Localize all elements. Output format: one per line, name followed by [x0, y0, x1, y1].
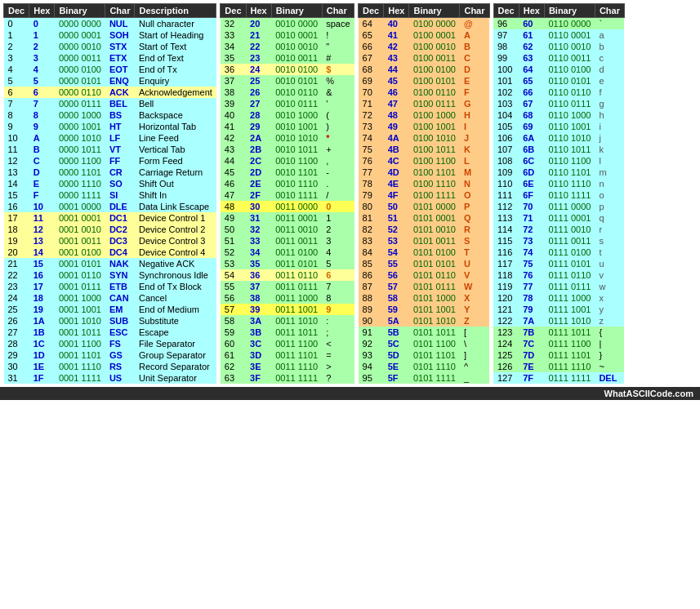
cell-dec: 22	[4, 269, 29, 281]
table-row: 97 61 0110 0001 a	[493, 29, 624, 41]
cell-dec: 78	[359, 178, 384, 189]
cell-hex: 5E	[384, 361, 409, 372]
table-row: 103 67 0110 0111 g	[493, 98, 624, 109]
table-row: 81 51 0101 0001 Q	[359, 212, 489, 224]
col-bin-3: Binary	[409, 4, 460, 18]
cell-char: !	[322, 29, 354, 41]
cell-char: T	[460, 247, 489, 258]
cell-dec: 109	[493, 167, 519, 178]
cell-bin: 0001 1011	[55, 327, 105, 338]
cell-char: DEL	[595, 372, 624, 384]
cell-char: :	[322, 315, 354, 327]
cell-bin: 0101 1100	[409, 338, 460, 349]
col-char-4: Char	[595, 4, 624, 18]
cell-hex: 73	[519, 235, 544, 247]
cell-dec: 45	[221, 167, 246, 178]
cell-dec: 9	[4, 121, 29, 132]
cell-bin: 0011 1101	[271, 349, 322, 361]
col-dec-1: Dec	[4, 4, 29, 18]
cell-dec: 44	[221, 155, 246, 167]
cell-dec: 47	[221, 189, 246, 201]
table-row: 74 4A 0100 1010 J	[359, 132, 489, 144]
cell-bin: 0010 1001	[271, 121, 322, 132]
table-row: 15 F 0000 1111 SI Shift In	[4, 189, 216, 201]
cell-bin: 0111 1001	[544, 304, 595, 315]
table-row: 32 20 0010 0000 space	[221, 18, 354, 30]
cell-hex: 1C	[29, 338, 55, 349]
cell-bin: 0111 1000	[544, 292, 595, 304]
cell-char: c	[595, 52, 624, 64]
cell-bin: 0110 0001	[544, 29, 595, 41]
table-row: 119 77 0111 0111 w	[493, 281, 624, 292]
cell-bin: 0100 1111	[409, 189, 460, 201]
cell-dec: 97	[493, 29, 519, 41]
cell-hex: 42	[384, 41, 409, 52]
table-row: 47 2F 0010 1111 /	[221, 189, 354, 201]
cell-char: m	[595, 167, 624, 178]
cell-hex: 43	[384, 52, 409, 64]
cell-hex: 53	[384, 235, 409, 247]
cell-hex: 30	[246, 201, 271, 212]
table-row: 102 66 0110 0110 f	[493, 87, 624, 98]
table-row: 88 58 0101 1000 X	[359, 292, 489, 304]
cell-dec: 50	[221, 224, 246, 235]
cell-dec: 11	[4, 144, 29, 155]
cell-dec: 58	[221, 315, 246, 327]
cell-bin: 0101 0010	[409, 224, 460, 235]
cell-bin: 0001 1000	[55, 292, 105, 304]
cell-hex: 2F	[246, 189, 271, 201]
cell-dec: 85	[359, 258, 384, 269]
cell-bin: 0111 1010	[544, 315, 595, 327]
table-row: 19 13 0001 0011 DC3 Device Control 3	[4, 235, 216, 247]
cell-dec: 0	[4, 18, 29, 30]
cell-bin: 0010 0111	[271, 98, 322, 109]
table-row: 42 2A 0010 1010 *	[221, 132, 354, 144]
table-row: 10 A 0000 1010 LF Line Feed	[4, 132, 216, 144]
table-row: 124 7C 0111 1100 |	[493, 338, 624, 349]
cell-bin: 0111 0101	[544, 258, 595, 269]
table-row: 16 10 0001 0000 DLE Data Link Escape	[4, 201, 216, 212]
cell-bin: 0111 1101	[544, 349, 595, 361]
cell-char: [	[460, 327, 489, 338]
table-row: 114 72 0111 0010 r	[493, 224, 624, 235]
cell-bin: 0000 1001	[55, 121, 105, 132]
table-row: 56 38 0011 1000 8	[221, 292, 354, 304]
table-row: 30 1E 0001 1110 RS Record Separator	[4, 361, 216, 372]
table-row: 17 11 0001 0001 DC1 Device Control 1	[4, 212, 216, 224]
table-row: 96 60 0110 0000 `	[493, 18, 624, 30]
cell-bin: 0101 1111	[409, 372, 460, 384]
cell-char: ENQ	[105, 75, 135, 87]
cell-dec: 116	[493, 247, 519, 258]
table-row: 121 79 0111 1001 y	[493, 304, 624, 315]
col-char-1: Char	[105, 4, 135, 18]
cell-desc: Device Control 4	[135, 247, 216, 258]
cell-bin: 0100 0111	[409, 98, 460, 109]
table-row: 43 2B 0010 1011 +	[221, 144, 354, 155]
cell-dec: 15	[4, 189, 29, 201]
cell-char: FF	[105, 155, 135, 167]
cell-hex: 3D	[246, 349, 271, 361]
cell-char: NAK	[105, 258, 135, 269]
table-row: 25 19 0001 1001 EM End of Medium	[4, 304, 216, 315]
cell-dec: 57	[221, 304, 246, 315]
cell-dec: 84	[359, 247, 384, 258]
cell-bin: 0011 0010	[271, 224, 322, 235]
table-4: Dec Hex Binary Char 96 60 0110 0000 ` 97…	[493, 3, 625, 384]
cell-desc: Shift Out	[135, 178, 216, 189]
cell-dec: 95	[359, 372, 384, 384]
cell-bin: 0000 1100	[55, 155, 105, 167]
cell-bin: 0000 0001	[55, 29, 105, 41]
cell-hex: 21	[246, 29, 271, 41]
cell-hex: 3C	[246, 338, 271, 349]
cell-hex: 6D	[519, 167, 544, 178]
cell-dec: 111	[493, 189, 519, 201]
cell-char: "	[322, 41, 354, 52]
table-row: 122 7A 0111 1010 z	[493, 315, 624, 327]
cell-char: t	[595, 247, 624, 258]
table-row: 73 49 0100 1001 I	[359, 121, 489, 132]
cell-bin: 0111 1111	[544, 372, 595, 384]
cell-hex: 44	[384, 64, 409, 75]
cell-char: H	[460, 109, 489, 121]
cell-bin: 0111 0011	[544, 235, 595, 247]
table-row: 61 3D 0011 1101 =	[221, 349, 354, 361]
